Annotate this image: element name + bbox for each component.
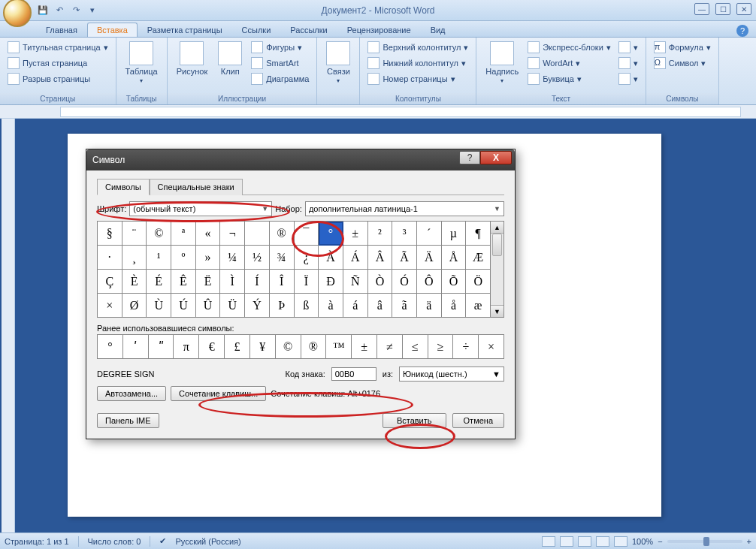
recent-char-cell[interactable]: π [174, 335, 199, 359]
char-cell[interactable]: Ù [147, 294, 171, 318]
char-cell[interactable]: Ø [122, 294, 147, 318]
char-cell[interactable]: ´ [417, 222, 442, 246]
char-cell[interactable]: » [196, 246, 221, 270]
links-button[interactable]: Связи▾ [322, 40, 355, 86]
char-cell[interactable]: ° [319, 222, 343, 246]
grid-scrollbar[interactable]: ▲ ▼ [491, 221, 504, 318]
char-cell[interactable]: Þ [270, 294, 295, 318]
char-cell[interactable]: ® [270, 222, 295, 246]
char-cell[interactable]: â [368, 294, 393, 318]
char-cell[interactable]: ß [295, 294, 319, 318]
char-cell[interactable]: Ö [466, 270, 491, 294]
recent-char-cell[interactable]: ® [301, 335, 327, 359]
view-fullscreen-button[interactable] [560, 536, 573, 547]
char-cell[interactable]: Ú [171, 294, 196, 318]
char-cell[interactable]: Ä [417, 246, 442, 270]
dialog-help-button[interactable]: ? [459, 151, 480, 164]
char-cell[interactable]: Ó [392, 270, 417, 294]
char-cell[interactable]: æ [466, 294, 491, 318]
char-cell[interactable]: ³ [392, 222, 417, 246]
recent-char-cell[interactable]: ± [352, 335, 377, 359]
header-button[interactable]: Верхний колонтитул ▾ [364, 40, 471, 55]
zoom-in-button[interactable]: + [747, 537, 751, 546]
char-cell[interactable]: © [147, 222, 171, 246]
char-cell[interactable]: º [171, 246, 196, 270]
tab-review[interactable]: Рецензирование [337, 23, 421, 37]
close-button[interactable]: ✕ [736, 3, 751, 15]
smartart-button[interactable]: SmartArt [248, 56, 312, 71]
scroll-up-button[interactable]: ▲ [491, 222, 503, 234]
char-cell[interactable]: ¶ [466, 222, 491, 246]
dialog-close-button[interactable]: X [480, 151, 512, 164]
char-cell[interactable]: Ë [196, 270, 221, 294]
recent-char-cell[interactable]: ° [98, 335, 123, 359]
page-break-button[interactable]: Разрыв страницы [5, 71, 111, 86]
char-cell[interactable]: ã [392, 294, 417, 318]
insert-button[interactable]: Вставить [383, 413, 446, 428]
view-outline-button[interactable] [596, 536, 609, 547]
zoom-out-button[interactable]: − [658, 537, 662, 546]
char-cell[interactable]: ¼ [220, 246, 245, 270]
char-cell[interactable]: Î [270, 270, 295, 294]
dialog-titlebar[interactable]: Символ ? X [86, 149, 515, 170]
clip-button[interactable]: Клип [213, 40, 246, 77]
quickparts-button[interactable]: Экспресс-блоки ▾ [525, 40, 614, 55]
char-cell[interactable]: ¨ [122, 222, 147, 246]
view-weblayout-button[interactable] [578, 536, 591, 547]
from-combo[interactable]: Юникод (шестн.)▼ [399, 367, 504, 382]
recent-char-cell[interactable]: ≥ [428, 335, 454, 359]
equation-button[interactable]: πФормула ▾ [651, 40, 714, 55]
scroll-thumb[interactable] [492, 234, 502, 256]
recent-char-cell[interactable]: ʹ [123, 335, 149, 359]
text-extra2[interactable]: ▾ [615, 56, 641, 71]
char-cell[interactable]: È [122, 270, 147, 294]
char-cell[interactable]: Ý [245, 294, 270, 318]
blank-page-button[interactable]: Пустая страница [5, 56, 111, 71]
recent-char-cell[interactable]: ≤ [403, 335, 428, 359]
save-icon[interactable]: 💾 [36, 4, 50, 17]
char-cell[interactable]: Ô [417, 270, 442, 294]
subset-combo[interactable]: дополнительная латиница-1▼ [305, 201, 504, 216]
tab-references[interactable]: Ссылки [232, 23, 281, 37]
char-cell[interactable]: å [442, 294, 467, 318]
vertical-ruler[interactable] [2, 119, 15, 532]
char-cell[interactable]: ¯ [295, 222, 319, 246]
shapes-button[interactable]: Фигуры ▾ [248, 40, 312, 55]
table-button[interactable]: Таблица▾ [121, 40, 162, 86]
char-cell[interactable]: Ç [98, 270, 122, 294]
char-cell[interactable]: ¾ [270, 246, 295, 270]
char-cell[interactable]: ¬ [220, 222, 245, 246]
char-cell[interactable]: ­ [245, 222, 270, 246]
recent-char-cell[interactable]: × [479, 335, 504, 359]
char-cell[interactable]: ä [417, 294, 442, 318]
char-cell[interactable]: Ð [319, 270, 343, 294]
status-language[interactable]: Русский (Россия) [175, 537, 240, 546]
cancel-button[interactable]: Отмена [452, 413, 504, 428]
char-cell[interactable]: Å [442, 246, 467, 270]
zoom-level[interactable]: 100% [632, 537, 653, 546]
char-cell[interactable]: ± [343, 222, 368, 246]
recent-char-cell[interactable]: ¥ [250, 335, 276, 359]
qat-customize-icon[interactable]: ▾ [86, 4, 99, 17]
char-cell[interactable]: Ã [392, 246, 417, 270]
shortcut-button[interactable]: Сочетание клавиш... [171, 386, 266, 401]
tab-mailings[interactable]: Рассылки [280, 23, 337, 37]
tab-view[interactable]: Вид [421, 23, 455, 37]
char-cell[interactable]: Í [245, 270, 270, 294]
recent-char-cell[interactable]: ™ [326, 335, 352, 359]
dropcap-button[interactable]: Буквица ▾ [525, 71, 614, 86]
view-printlayout-button[interactable] [542, 536, 555, 547]
tab-insert[interactable]: Вставка [87, 23, 138, 37]
undo-icon[interactable]: ↶ [53, 4, 66, 17]
view-draft-button[interactable] [614, 536, 627, 547]
char-cell[interactable]: ¸ [122, 246, 147, 270]
text-extra3[interactable]: ▾ [615, 71, 641, 86]
char-cell[interactable]: Ñ [343, 270, 368, 294]
pagenumber-button[interactable]: Номер страницы ▾ [364, 71, 471, 86]
zoom-slider[interactable] [667, 540, 742, 543]
status-page[interactable]: Страница: 1 из 1 [5, 537, 69, 546]
footer-button[interactable]: Нижний колонтитул ▾ [364, 56, 471, 71]
recent-char-cell[interactable]: ʺ [149, 335, 174, 359]
textbox-button[interactable]: Надпись▾ [481, 40, 523, 86]
char-cell[interactable]: ¿ [295, 246, 319, 270]
